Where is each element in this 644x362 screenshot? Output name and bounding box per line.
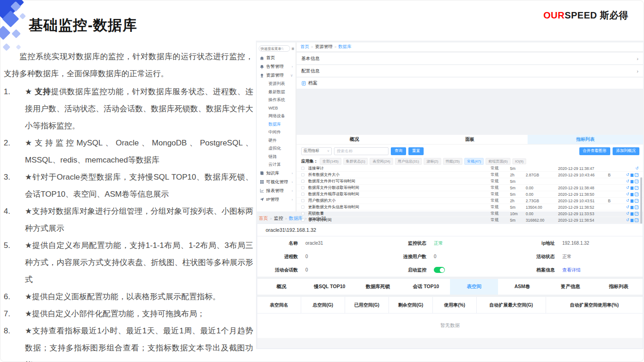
app-sidebar: ≡ 首页 告警管理 › 资源管理 ∨ 资源列表 最新数据 操作系统 WEB 网络… [257,42,296,211]
breadcrumb-resources[interactable]: 资源管理 [315,44,333,50]
metric-type-select[interactable]: 应用指标 ∨ [301,147,332,155]
hamburger-menu-icon[interactable]: ≡ [292,46,294,51]
chip-cursor[interactable]: 游标(2) [424,158,441,165]
sidebar-item-label: WEB [268,106,278,110]
section-config-info[interactable]: 配置信息 › [297,65,643,77]
chart-icon[interactable]: ▆ [631,173,633,177]
sidebar-item-network-device[interactable]: 网络设备 [257,112,296,121]
tab-panel[interactable]: 面板 [412,135,528,144]
sidebar-item-virtualization[interactable]: 虚拟化 [257,145,296,153]
chip-all[interactable]: 全部(145) [320,158,341,165]
info-value: 192.168.1.32 [562,241,589,246]
row-checkbox[interactable] [301,193,304,196]
tab-session-top10[interactable]: 会话 TOP10 [402,279,450,295]
sidebar-item-resources[interactable]: 资源管理 ∨ [257,71,296,80]
sidebar-item-visualization[interactable]: 可视化管理 › [257,178,296,187]
chip-regular[interactable]: 常规(47) [464,158,484,165]
sidebar-item-os[interactable]: 操作系统 [257,96,296,104]
tab-deadlock[interactable]: 数据库死锁 [354,279,402,295]
sidebar-item-label: 可视化管理 [266,179,288,185]
external-link-icon[interactable]: ↗ [635,173,638,177]
history-icon[interactable]: ↺ [626,193,629,196]
tab-slow-sql[interactable]: 慢SQL TOP10 [305,279,353,295]
history-icon[interactable]: ↺ [626,173,629,177]
tab-asset-info[interactable]: 资产信息 [547,279,595,295]
info-value: 正常 [562,253,571,260]
badge-icon [260,73,264,78]
history-icon[interactable]: ↺ [626,205,629,209]
sidebar-item-database[interactable]: 数据库 [257,121,296,129]
chart-icon[interactable]: ▆ [631,186,633,190]
sidebar-item-ip[interactable]: IP管理 › [257,195,296,204]
sidebar-item-web[interactable]: WEB [257,104,296,113]
sidebar-search-input[interactable] [261,47,281,51]
tab-overview[interactable]: 概况 [297,135,412,144]
logo-part-our: OUR [543,10,565,20]
row-checkbox[interactable] [301,173,304,176]
chart-icon[interactable]: ▆ [631,199,633,203]
section-basic-info[interactable]: 基本信息 › [297,53,643,64]
tab-metric-list[interactable]: 指标列表 [528,135,643,144]
external-link-icon[interactable]: ↗ [635,186,638,190]
tab-asm[interactable]: ASM卷 [498,279,546,295]
breadcrumb-instance[interactable]: oracle31 [309,216,326,221]
add-to-overview-button[interactable]: 添加到概况 [613,147,640,155]
history-icon[interactable]: ↺ [626,186,629,190]
chip-frontend[interactable]: 前端页面(6) [486,158,510,165]
external-link-icon[interactable]: ↗ [635,199,638,203]
breadcrumb-home[interactable]: 首页 [300,44,309,50]
section-archive[interactable]: 档案 [297,78,643,89]
chart-icon[interactable]: ▆ [631,205,633,209]
sidebar-item-latest-data[interactable]: 最新数据 [257,88,296,97]
chart-icon[interactable]: ▆ [631,193,633,196]
chip-tablespace[interactable]: 表空间(24) [370,158,393,165]
row-checkbox[interactable] [301,199,304,202]
sidebar-item-cloud[interactable]: 云计算 [257,161,296,169]
sidebar-item-hardware[interactable]: 硬件 [257,137,296,145]
breadcrumb-database[interactable]: 数据库 [338,44,352,50]
metric-type: 常规 [491,179,510,184]
home-icon [260,56,264,60]
chip-io[interactable]: IO(9) [512,158,526,164]
row-checkbox[interactable] [301,167,304,170]
metric-name: 数据库文件并行写等待时间 [308,179,491,184]
history-icon[interactable]: ↺ [635,167,638,170]
tab-overview[interactable]: 概况 [257,279,305,295]
tab-metric-list[interactable]: 指标列表 [595,279,643,295]
breadcrumb-monitor[interactable]: 监控 [274,215,283,222]
tab-tablespace[interactable]: 表空间 [450,279,498,295]
sidebar-item-middleware[interactable]: 中间件 [257,128,296,137]
chip-cluster[interactable]: 集群状态(1) [343,158,368,165]
view-details-link[interactable]: 查看详情 [562,267,581,273]
sidebar-item-label: IP管理 [266,197,279,203]
metric-search-input[interactable] [334,147,389,155]
sidebar-item-resource-list[interactable]: 资源列表 [257,80,296,88]
breadcrumb-home[interactable]: 首页 [259,215,268,222]
chip-userinfo[interactable]: 用户信息(31) [395,158,422,165]
sidebar-item-alerts[interactable]: 告警管理 › [257,62,296,71]
external-link-icon[interactable]: ↗ [635,180,638,183]
history-icon[interactable]: ↺ [626,199,629,203]
breadcrumb-database[interactable]: 数据库 [289,215,303,222]
chip-performance[interactable]: 性能(25) [443,158,462,165]
sidebar-item-knowledge[interactable]: 知识库 › [257,169,296,178]
row-checkbox[interactable] [301,186,304,189]
monitor-toggle[interactable] [434,267,445,273]
merge-view-button[interactable]: 合并查看图形 [579,147,610,155]
history-icon[interactable]: ↺ [626,180,629,183]
external-link-icon[interactable]: ↗ [635,205,638,209]
info-archive: 档案信息查看详情 [514,263,643,277]
query-button[interactable]: 查询 [391,147,406,155]
row-checkbox[interactable] [301,180,304,183]
feature-text: ★ 支持提供数据库监控功能，针对数据库服务状态、进程数、连接用户数、活动状态、活… [25,83,253,134]
chart-icon[interactable]: ▆ [631,180,633,183]
reset-button[interactable]: 重置 [408,147,424,155]
sidebar-item-reports[interactable]: 报表管理 › [257,187,296,195]
sidebar-item-home[interactable]: 首页 [257,54,296,62]
tablespace-table-header: 表空间名 总空间(G) 已用空间(G) 剩余空间(G) 使用率(%) 自动扩展最… [257,297,643,314]
row-checkbox[interactable] [301,205,304,209]
info-start-monitor: 启动监控 [386,263,514,277]
external-link-icon[interactable]: ↗ [635,193,638,196]
sidebar-item-link[interactable]: 链路 [257,153,296,161]
page-title: 基础监控-数据库 [29,16,137,35]
